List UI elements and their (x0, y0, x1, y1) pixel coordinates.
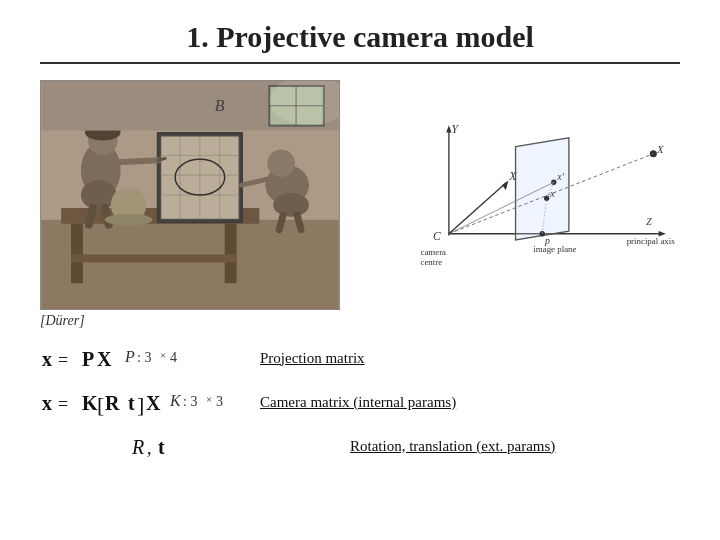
eq3-svg: R , t (130, 427, 190, 465)
durer-image: B (40, 80, 340, 310)
svg-text:C: C (433, 230, 441, 242)
eq3-label: Rotation, translation (ext. params) (350, 438, 555, 455)
svg-text:=: = (58, 350, 68, 370)
eq2-label: Camera matrix (internal params) (260, 394, 456, 411)
durer-svg: B (41, 81, 339, 309)
svg-text:x': x' (556, 171, 564, 182)
svg-text:P: P (82, 348, 94, 370)
svg-point-51 (650, 150, 657, 157)
svg-marker-60 (502, 180, 508, 190)
svg-text:3: 3 (216, 394, 223, 409)
svg-text:K: K (169, 392, 182, 409)
eq1-image: x = P X P : 3 × 4 (40, 339, 240, 377)
eq1-label: Projection matrix (260, 350, 365, 367)
svg-text:camera: camera (420, 247, 446, 257)
svg-text:4: 4 (170, 350, 177, 365)
svg-text:X: X (656, 144, 664, 155)
durer-label: [Dürer] (40, 313, 340, 329)
title-area: 1. Projective camera model (40, 20, 680, 64)
page-title: 1. Projective camera model (40, 20, 680, 54)
slide: 1. Projective camera model (0, 0, 720, 540)
svg-text:,: , (147, 438, 152, 458)
svg-text:X: X (97, 348, 112, 370)
svg-text:principal axis: principal axis (627, 236, 676, 246)
durer-section: B [Dürer] (40, 80, 340, 329)
svg-text:: 3: : 3 (137, 350, 151, 365)
eq-row-2: x = K [ R t ] X K : 3 × 3 Camera matrix … (40, 383, 680, 421)
svg-line-59 (449, 182, 507, 234)
svg-text:x: x (42, 392, 52, 414)
eq-row-3: R , t Rotation, translation (ext. params… (40, 427, 680, 465)
svg-text:X: X (146, 392, 161, 414)
svg-text:image plane: image plane (533, 244, 576, 254)
eq1-svg: x = P X P : 3 × 4 (40, 339, 240, 377)
svg-text:×: × (206, 393, 212, 405)
svg-text:X: X (508, 170, 517, 182)
eq-row-1: x = P X P : 3 × 4 Projection matrix (40, 339, 680, 377)
camera-diagram-svg: Y C Z principal axis image plane p X (360, 80, 680, 320)
svg-text:K: K (82, 392, 98, 414)
svg-text:p: p (544, 235, 550, 246)
svg-text:=: = (58, 394, 68, 414)
svg-text:R: R (131, 436, 144, 458)
svg-text:P: P (124, 348, 135, 365)
svg-text:t: t (158, 436, 165, 458)
eq3-image: R , t (130, 427, 330, 465)
svg-text:[: [ (97, 392, 104, 417)
svg-text:t: t (128, 392, 135, 414)
svg-text:Y: Y (452, 123, 460, 135)
svg-text:centre: centre (420, 257, 442, 267)
svg-text:R: R (105, 392, 120, 414)
svg-marker-47 (516, 138, 569, 240)
eq2-svg: x = K [ R t ] X K : 3 × 3 (40, 383, 240, 421)
camera-diagram: Y C Z principal axis image plane p X (360, 80, 680, 320)
eq2-image: x = K [ R t ] X K : 3 × 3 (40, 383, 240, 421)
svg-text:x: x (42, 348, 52, 370)
content-row: B [Dürer] Y C Z (40, 80, 680, 329)
svg-text:: 3: : 3 (183, 394, 197, 409)
equations-area: x = P X P : 3 × 4 Projection matrix x (40, 339, 680, 465)
svg-text:×: × (160, 349, 166, 361)
svg-text:]: ] (137, 392, 144, 417)
svg-text:Z: Z (646, 216, 652, 227)
